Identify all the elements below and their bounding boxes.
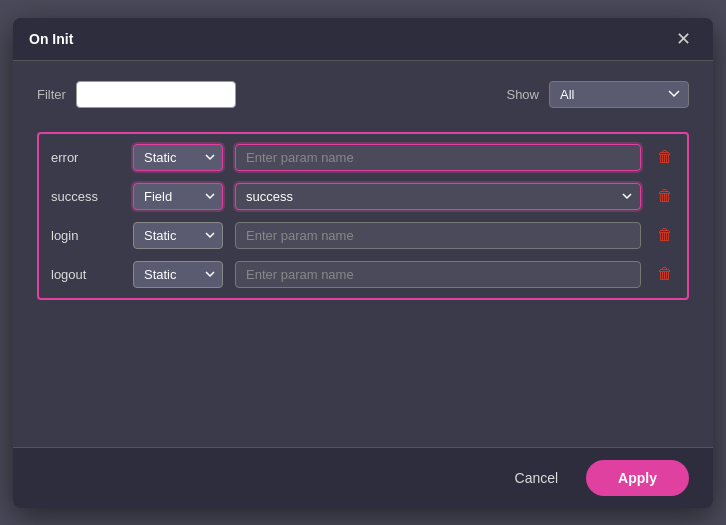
- dialog-body: Filter Show All Active Inactive error St…: [13, 61, 713, 447]
- delete-button-success[interactable]: 🗑: [653, 184, 677, 208]
- filter-label: Filter: [37, 87, 66, 102]
- show-right: Show All Active Inactive: [506, 81, 689, 108]
- value-select-success[interactable]: success error login logout: [235, 183, 641, 210]
- value-input-login[interactable]: [235, 222, 641, 249]
- param-name-success: success: [51, 189, 121, 204]
- type-select-login[interactable]: Static Field Expression: [133, 222, 223, 249]
- delete-button-logout[interactable]: 🗑: [653, 262, 677, 286]
- table-row: error Static Field Expression 🗑: [49, 138, 677, 177]
- show-label: Show: [506, 87, 539, 102]
- value-input-error[interactable]: [235, 144, 641, 171]
- on-init-dialog: On Init ✕ Filter Show All Active Inactiv…: [13, 18, 713, 508]
- delete-button-login[interactable]: 🗑: [653, 223, 677, 247]
- param-name-logout: logout: [51, 267, 121, 282]
- dialog-title: On Init: [29, 31, 73, 47]
- apply-button[interactable]: Apply: [586, 460, 689, 496]
- type-select-error[interactable]: Static Field Expression: [133, 144, 223, 171]
- table-row: login Static Field Expression 🗑: [49, 216, 677, 255]
- dialog-footer: Cancel Apply: [13, 447, 713, 508]
- value-input-logout[interactable]: [235, 261, 641, 288]
- filter-input[interactable]: [76, 81, 236, 108]
- filter-row: Filter Show All Active Inactive: [37, 81, 689, 108]
- cancel-button[interactable]: Cancel: [499, 462, 575, 494]
- params-group: error Static Field Expression 🗑 success …: [37, 132, 689, 300]
- table-row: success Static Field Expression success …: [49, 177, 677, 216]
- delete-button-error[interactable]: 🗑: [653, 145, 677, 169]
- param-name-error: error: [51, 150, 121, 165]
- type-select-success[interactable]: Static Field Expression: [133, 183, 223, 210]
- filter-left: Filter: [37, 81, 236, 108]
- table-row: logout Static Field Expression 🗑: [49, 255, 677, 294]
- param-name-login: login: [51, 228, 121, 243]
- type-select-logout[interactable]: Static Field Expression: [133, 261, 223, 288]
- show-select[interactable]: All Active Inactive: [549, 81, 689, 108]
- close-button[interactable]: ✕: [670, 28, 697, 50]
- dialog-header: On Init ✕: [13, 18, 713, 61]
